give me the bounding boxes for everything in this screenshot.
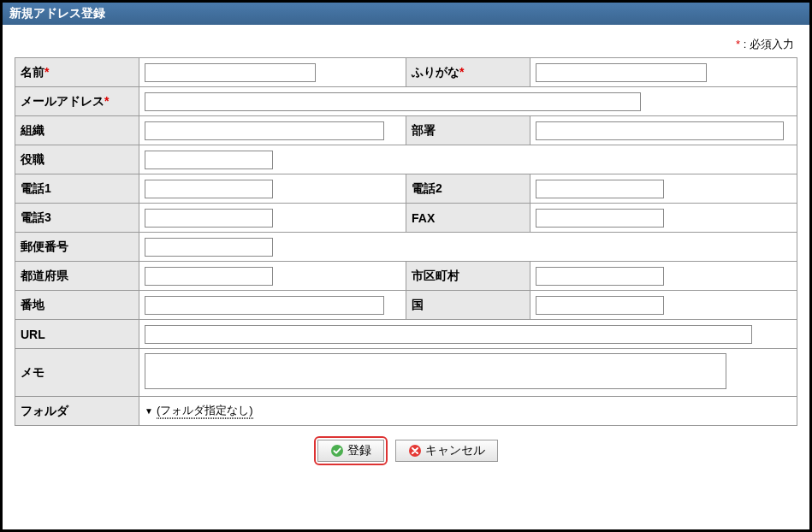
dept-input[interactable] — [536, 121, 784, 140]
org-input[interactable] — [145, 121, 384, 140]
tel2-input[interactable] — [536, 180, 664, 198]
memo-textarea[interactable] — [145, 353, 726, 389]
ok-icon — [330, 444, 344, 458]
label-kana: ふりがな* — [406, 58, 530, 87]
required-note: * : 必須入力 — [15, 33, 797, 57]
label-title: 役職 — [15, 145, 139, 174]
label-zip: 郵便番号 — [15, 233, 139, 262]
cancel-button-label: キャンセル — [425, 443, 485, 458]
button-bar: 登録 キャンセル — [15, 426, 797, 465]
email-input[interactable] — [145, 92, 641, 111]
label-folder: フォルダ — [15, 397, 139, 426]
window-title: 新規アドレス登録 — [3, 3, 809, 25]
label-city: 市区町村 — [406, 262, 530, 291]
label-name: 名前* — [15, 58, 139, 87]
chevron-down-icon: ▼ — [145, 406, 153, 416]
fax-input[interactable] — [536, 209, 664, 228]
pref-input[interactable] — [145, 267, 273, 286]
submit-button-label: 登録 — [347, 443, 371, 458]
street-input[interactable] — [145, 296, 384, 315]
cancel-button[interactable]: キャンセル — [395, 440, 498, 462]
country-input[interactable] — [536, 296, 664, 315]
label-url: URL — [15, 320, 139, 349]
city-input[interactable] — [536, 267, 664, 286]
tel3-input[interactable] — [145, 209, 273, 228]
tel1-input[interactable] — [145, 180, 273, 198]
address-form-table: 名前* ふりがな* メールアドレス* 組織 部署 役職 電話1 — [15, 57, 797, 426]
label-street: 番地 — [15, 291, 139, 320]
svg-point-0 — [331, 445, 343, 457]
label-country: 国 — [406, 291, 530, 320]
submit-highlight: 登録 — [314, 436, 388, 465]
label-pref: 都道府県 — [15, 262, 139, 291]
label-tel3: 電話3 — [15, 204, 139, 233]
label-tel1: 電話1 — [15, 174, 139, 204]
url-input[interactable] — [145, 325, 752, 344]
label-tel2: 電話2 — [406, 174, 530, 204]
folder-select[interactable]: ▼ (フォルダ指定なし) — [145, 403, 253, 419]
submit-button[interactable]: 登録 — [317, 440, 384, 462]
zip-input[interactable] — [145, 238, 273, 257]
title-input[interactable] — [145, 151, 273, 169]
label-email: メールアドレス* — [15, 87, 139, 116]
cancel-icon — [408, 444, 422, 458]
label-memo: メモ — [15, 349, 139, 397]
name-input[interactable] — [145, 63, 316, 82]
label-org: 組織 — [15, 116, 139, 145]
kana-input[interactable] — [536, 63, 707, 82]
folder-selected-text: (フォルダ指定なし) — [157, 404, 253, 418]
label-fax: FAX — [406, 204, 530, 233]
label-dept: 部署 — [406, 116, 530, 145]
